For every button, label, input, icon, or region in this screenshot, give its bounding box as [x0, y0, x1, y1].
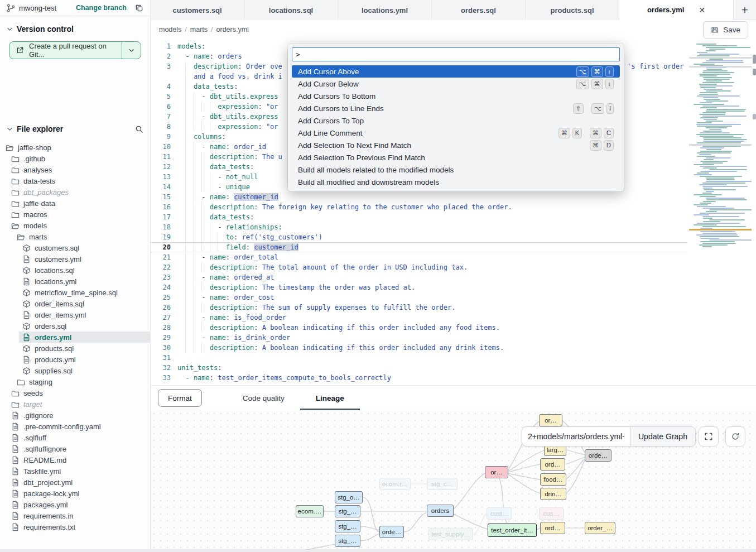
lineage-node[interactable]: stg_… — [335, 505, 360, 517]
file-tree-item[interactable]: packages.yml — [0, 499, 150, 510]
file-tree-item[interactable]: requirements.in — [0, 510, 150, 521]
lineage-node[interactable]: drin… — [540, 488, 566, 500]
file-tree-item[interactable]: marts — [0, 231, 150, 242]
file-tree-item[interactable]: dbt_project.yml — [0, 477, 150, 488]
file-tree-item[interactable]: jaffle-shop — [0, 142, 150, 153]
lineage-node[interactable]: or… — [539, 414, 562, 426]
lineage-node[interactable]: orde… — [379, 526, 404, 538]
file-tree-item[interactable]: products.yml — [0, 354, 150, 365]
fullscreen-button[interactable] — [699, 426, 719, 447]
add-tab-button[interactable]: + — [734, 0, 756, 20]
file-tree-item[interactable]: README.md — [0, 454, 150, 465]
palette-item[interactable]: Add Cursor Above⌥⌘↑ — [292, 65, 620, 78]
bottom-tab-code-quality[interactable]: Code quality — [227, 386, 300, 410]
file-tree-item[interactable]: target — [0, 399, 150, 410]
file-tree-item[interactable]: requirements.txt — [0, 521, 150, 532]
file-tree-item[interactable]: locations.yml — [0, 276, 150, 287]
change-branch-link[interactable]: Change branch — [76, 4, 127, 12]
format-button[interactable]: Format — [158, 389, 202, 407]
breadcrumb-marts[interactable]: marts — [190, 26, 208, 33]
file-tree-label: products.yml — [35, 356, 76, 364]
lineage-node[interactable]: test_order_it… — [488, 524, 537, 537]
close-icon[interactable]: ✕ — [699, 6, 705, 15]
file-tree-item[interactable]: macros — [0, 209, 150, 220]
file-tree-item[interactable]: products.sql — [0, 343, 150, 354]
palette-item[interactable]: Add Selection To Previous Find Match — [292, 151, 620, 164]
file-tree-item[interactable]: .sqlfluffignore — [0, 443, 150, 454]
file-tree-item[interactable]: customers.sql — [0, 242, 150, 253]
tab-products.sql[interactable]: products.sql — [526, 0, 619, 20]
file-tree-item[interactable]: order_items.sql — [0, 298, 150, 309]
file-tree-item[interactable]: orders.yml — [0, 332, 150, 343]
command-palette-input[interactable] — [292, 47, 620, 61]
lineage-node[interactable]: cust… — [487, 507, 512, 520]
lineage-canvas[interactable]: or…larg…ord…food…drin…or…orde…ecom.…stg_… — [151, 410, 756, 550]
lineage-node[interactable]: or… — [485, 466, 508, 478]
palette-item[interactable]: Add Cursors To Bottom — [292, 90, 620, 102]
search-icon[interactable] — [135, 125, 143, 133]
palette-item[interactable]: Build all modified and downstream models — [292, 176, 620, 188]
file-tree-item[interactable]: metricflow_time_spine.sql — [0, 287, 150, 298]
lineage-node[interactable]: cus… — [539, 507, 564, 520]
palette-item[interactable]: Add Cursors To Top — [292, 114, 620, 127]
breadcrumb-models[interactable]: models — [159, 26, 181, 33]
lineage-node[interactable]: ecom.r… — [379, 478, 411, 490]
lineage-node[interactable]: test_supply… — [428, 528, 473, 540]
file-tree-item[interactable]: dbt_packages — [0, 186, 150, 198]
file-explorer-header[interactable]: File explorer — [0, 116, 150, 138]
lineage-node[interactable]: ord… — [540, 458, 565, 471]
file-tree-item[interactable]: seeds — [0, 387, 150, 399]
version-control-header[interactable]: Version control — [0, 16, 150, 39]
file-tree-item[interactable]: analyses — [0, 164, 150, 175]
lineage-node[interactable]: orders — [427, 505, 454, 517]
save-button[interactable]: Save — [703, 21, 748, 39]
create-pr-button[interactable]: Create a pull request on Git... — [9, 42, 122, 59]
file-tree-item[interactable]: staging — [0, 376, 150, 387]
file-tree-item[interactable]: order_items.yml — [0, 309, 150, 320]
file-tree-item[interactable]: orders.sql — [0, 320, 150, 332]
lineage-selector-input[interactable] — [522, 426, 630, 447]
file-tree-item[interactable]: .pre-commit-config.yaml — [0, 421, 150, 432]
file-tree-item[interactable]: customers.yml — [0, 253, 150, 265]
file-tree-item[interactable]: supplies.sql — [0, 365, 150, 376]
lineage-node[interactable]: stg_c… — [427, 478, 458, 490]
file-tree-item[interactable]: jaffle-data — [0, 198, 150, 209]
file-icon — [11, 411, 20, 420]
palette-item[interactable]: Build all models related to the modified… — [292, 164, 620, 176]
file-tree-item[interactable]: .sqlfluff — [0, 432, 150, 443]
palette-item-label: Add Line Comment — [298, 129, 551, 137]
palette-item[interactable]: Add Cursor Below⌥⌘↓ — [292, 78, 620, 90]
lineage-node[interactable]: stg_… — [335, 520, 360, 532]
file-tree-item[interactable]: Taskfile.yml — [0, 465, 150, 477]
palette-item[interactable]: Add Line Comment⌘K⌘C — [292, 127, 620, 139]
folder-icon — [11, 199, 20, 208]
lineage-node[interactable]: stg_… — [335, 535, 360, 547]
palette-item[interactable]: Add Cursors to Line Ends⇧⌥I — [292, 102, 620, 114]
lineage-node[interactable]: orde… — [585, 449, 611, 462]
tab-locations.sql[interactable]: locations.sql — [244, 0, 338, 20]
file-tree-item[interactable]: .gitignore — [0, 410, 150, 421]
file-tree-item[interactable]: locations.sql — [0, 265, 150, 276]
file-tree-item[interactable]: models — [0, 220, 150, 231]
create-pr-dropdown[interactable] — [122, 42, 141, 59]
palette-item[interactable]: Add Selection To Next Find Match⌘D — [292, 139, 620, 151]
refresh-button[interactable] — [725, 426, 745, 447]
tab-orders.yml[interactable]: orders.yml✕ — [619, 0, 734, 20]
tab-locations.yml[interactable]: locations.yml — [338, 0, 432, 20]
file-tree-item[interactable]: data-tests — [0, 175, 150, 186]
line-number: 3 — [151, 61, 171, 71]
bottom-tab-lineage[interactable]: Lineage — [300, 386, 360, 410]
copy-icon[interactable] — [135, 4, 143, 12]
tab-customers.sql[interactable]: customers.sql — [151, 0, 244, 20]
editor-minimap[interactable] — [689, 44, 752, 296]
lineage-node[interactable]: food… — [540, 473, 566, 486]
file-tree-item[interactable]: .github — [0, 153, 150, 164]
lineage-node[interactable]: ord… — [540, 522, 565, 534]
file-tree-item[interactable]: package-lock.yml — [0, 488, 150, 499]
lineage-node[interactable]: order_… — [585, 522, 615, 534]
lineage-node[interactable]: ecom.… — [296, 505, 324, 517]
update-graph-button[interactable]: Update Graph — [630, 426, 696, 447]
breadcrumb-file[interactable]: orders.yml — [216, 26, 249, 33]
tab-orders.sql[interactable]: orders.sql — [432, 0, 526, 20]
lineage-node[interactable]: stg_o… — [335, 491, 363, 503]
